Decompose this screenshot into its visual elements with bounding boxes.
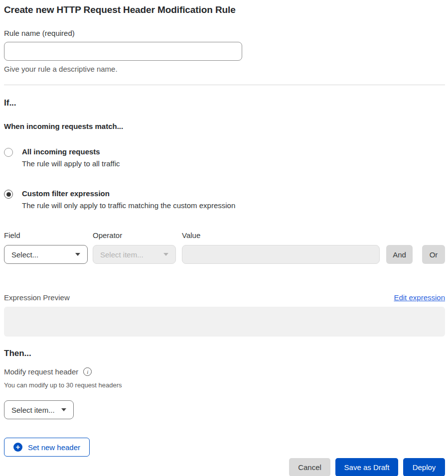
chevron-down-icon <box>163 253 168 256</box>
radio-dot <box>6 150 11 155</box>
then-heading: Then... <box>4 349 445 358</box>
field-select[interactable]: Select... <box>4 245 88 264</box>
edit-expression-link[interactable]: Edit expression <box>394 293 445 302</box>
value-label: Value <box>182 231 445 239</box>
field-select-value: Select... <box>11 250 38 259</box>
expression-preview-box <box>4 307 445 337</box>
operator-label: Operator <box>93 231 182 239</box>
section-divider <box>4 85 445 85</box>
match-subheading: When incoming requests match... <box>4 122 445 130</box>
radio-desc-all-incoming: The rule will apply to all traffic <box>22 159 120 168</box>
deploy-button[interactable]: Deploy <box>403 458 445 476</box>
radio-dot <box>6 192 11 197</box>
and-button[interactable]: And <box>386 245 413 264</box>
if-heading: If... <box>4 98 445 108</box>
field-label: Field <box>4 231 93 239</box>
radio-label-all-incoming: All incoming requests <box>22 147 120 156</box>
or-button[interactable]: Or <box>422 245 445 264</box>
radio-unselected-icon[interactable] <box>4 148 13 157</box>
header-item-select-value: Select item... <box>11 406 55 414</box>
create-rule-page: Create new HTTP Request Header Modificat… <box>0 4 448 476</box>
expression-preview-label: Expression Preview <box>4 293 70 302</box>
modify-request-header-label: Modify request header <box>4 367 78 376</box>
operator-select-value: Select item... <box>100 250 144 259</box>
set-new-header-label: Set new header <box>28 443 80 452</box>
radio-selected-icon[interactable] <box>4 190 13 199</box>
radio-option-custom-filter[interactable]: Custom filter expression The rule will o… <box>4 189 445 210</box>
plus-icon <box>13 443 22 452</box>
rule-name-help: Give your rule a descriptive name. <box>4 65 445 73</box>
info-icon[interactable] <box>83 367 92 376</box>
footer-actions: Cancel Save as Draft Deploy <box>4 458 445 476</box>
modify-header-help: You can modify up to 30 request headers <box>4 381 445 389</box>
page-title: Create new HTTP Request Header Modificat… <box>4 4 445 15</box>
rule-name-input[interactable] <box>4 42 242 61</box>
radio-label-custom-filter: Custom filter expression <box>22 189 235 198</box>
modify-header-row: Modify request header <box>4 367 445 376</box>
expression-preview-header: Expression Preview Edit expression <box>4 293 445 302</box>
radio-option-all-incoming[interactable]: All incoming requests The rule will appl… <box>4 147 445 168</box>
expression-builder-row: Select... Select item... And Or <box>4 245 445 264</box>
set-new-header-button[interactable]: Set new header <box>4 438 90 457</box>
cancel-button[interactable]: Cancel <box>289 458 330 476</box>
rule-name-label: Rule name (required) <box>4 29 445 37</box>
header-item-select[interactable]: Select item... <box>4 400 74 419</box>
operator-select[interactable]: Select item... <box>93 245 176 264</box>
chevron-down-icon <box>61 408 66 411</box>
save-as-draft-button[interactable]: Save as Draft <box>335 458 398 476</box>
radio-desc-custom-filter: The rule will only apply to traffic matc… <box>22 201 235 210</box>
expression-builder-labels: Field Operator Value <box>4 231 445 239</box>
value-input[interactable] <box>182 245 380 264</box>
chevron-down-icon <box>75 253 80 256</box>
